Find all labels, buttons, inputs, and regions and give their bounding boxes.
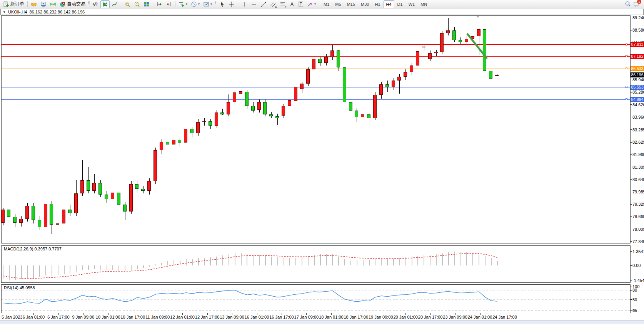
dropdown-caret-icon: ▾ [314,3,316,6]
price-level-handle[interactable] [626,98,627,100]
crosshair-button[interactable] [227,0,236,8]
price-level-handle[interactable] [626,44,627,45]
candlestick-chart-button[interactable] [100,0,110,8]
price-tick [631,92,632,92]
macd-histogram-bar [100,265,101,270]
macd-histogram-bar [149,265,150,267]
macd-histogram-bar [436,254,437,265]
channel-button[interactable]: E [269,0,278,8]
chart-scroll-marker[interactable] [476,16,479,18]
candle [166,142,169,144]
macd-histogram-bar [350,260,351,265]
separator [238,1,238,7]
signals-button[interactable] [48,0,58,8]
candle [56,223,59,224]
horizontal-line-button[interactable] [249,0,259,8]
timeframe-button-m30[interactable]: M30 [358,0,372,8]
new-chart-button[interactable]: ▾ [177,0,189,8]
macd-histogram-bar [155,264,156,265]
new-chart-icon [179,1,185,7]
timeframe-button-w1[interactable]: W1 [406,0,418,8]
macd-label: MACD(12,26,9) 0.3957 0.7707 [4,247,62,251]
chart-shift-button[interactable] [164,0,174,8]
macd-axis-label: 1.3547 [632,249,644,254]
expert-advisors-button[interactable] [39,0,48,8]
candle [80,180,84,193]
macd-histogram-bar [33,265,34,278]
tile-windows-icon [143,1,150,7]
tile-windows-button[interactable] [142,0,151,8]
timeframe-button-m1[interactable]: M1 [321,0,332,8]
auto-trading-icon [60,1,66,7]
text-label-button[interactable]: T [297,0,305,8]
search-icon[interactable] [625,1,631,8]
timeframe-button-h4[interactable]: H4 [384,0,394,8]
timeframe-button-h1[interactable]: H1 [372,0,383,8]
price-level-line[interactable] [2,56,631,57]
fibonacci-button[interactable]: F [278,0,287,8]
macd-histogram-bar [39,265,40,277]
text-button[interactable]: A [288,0,296,8]
macd-histogram-bar [399,258,400,265]
trendline-button[interactable] [259,0,268,8]
market-watch-button[interactable] [29,0,38,8]
zoom-out-button[interactable] [132,0,142,8]
time-axis-label: 16 Jan 01:00 [245,315,269,319]
current-price-line [2,75,631,75]
timeframe-button-d1[interactable]: D1 [395,0,405,8]
vertical-line-button[interactable] [240,0,249,8]
timeframe-button-mn[interactable]: MN [418,0,430,8]
macd-histogram-bar [186,259,187,265]
candle [288,100,291,106]
separator [121,1,121,7]
candle [275,116,279,118]
notifications-button[interactable]: 1 [633,1,639,7]
macd-histogram-bar [161,263,162,265]
arrows-shapes-icon [307,1,313,7]
templates-button[interactable]: ▾ [202,0,214,8]
macd-histogram-bar [52,265,52,276]
macd-histogram-bar [229,254,229,265]
auto-trading-button[interactable]: 自动交易 [58,0,87,8]
new-order-button[interactable]: 新订单 [2,0,26,8]
time-axis-label: 18 Jan 17:00 [344,315,368,319]
price-tick [631,30,632,30]
price-axis-label: 78.005 [632,227,644,232]
text-icon: A [290,2,294,7]
candle [428,53,432,59]
price-level-line[interactable] [2,44,631,45]
text-label-icon: T [299,2,303,7]
toolbar-grip [88,1,90,7]
price-axis-label: 88.580 [632,28,644,32]
line-chart-button[interactable] [110,0,119,8]
candle [459,40,462,42]
timeframe-group: M1M5M15M30H1H4D1W1MN [321,0,430,8]
price-level-line[interactable] [2,69,631,69]
zoom-in-button[interactable] [123,0,132,8]
timeframe-button-m15[interactable]: M15 [344,0,358,8]
auto-scroll-button[interactable] [155,0,164,8]
timeframe-button-m5[interactable]: M5 [332,0,344,8]
bar-chart-button[interactable] [91,0,100,8]
chart-symbol-period[interactable]: UKOil-,H4 [8,10,27,14]
shapes-button[interactable]: ▾ [305,0,317,8]
macd-histogram-bar [338,257,339,265]
price-tick [631,117,632,117]
price-level-line[interactable] [2,99,631,100]
candle [32,206,35,220]
macd-histogram-bar [222,255,223,265]
price-level-handle[interactable] [626,86,627,88]
trading-platform-window: 新订单 自动交易 ▾ ▾ ▾ E F A T ▾ [0,0,644,324]
macd-histogram-bar [417,256,418,265]
candle [184,129,187,143]
candle-wick [58,219,58,230]
price-level-handle[interactable] [626,55,627,57]
time-axis-label: 19 Jan 09:00 [369,315,393,319]
symbol-dropdown-icon[interactable]: ▼ [3,10,6,14]
candle [416,51,419,65]
cursor-button[interactable] [217,0,227,8]
price-level-line[interactable] [2,87,631,87]
period-button[interactable]: ▾ [189,0,201,8]
price-level-handle[interactable] [626,67,627,69]
zoom-in-icon [124,1,130,7]
